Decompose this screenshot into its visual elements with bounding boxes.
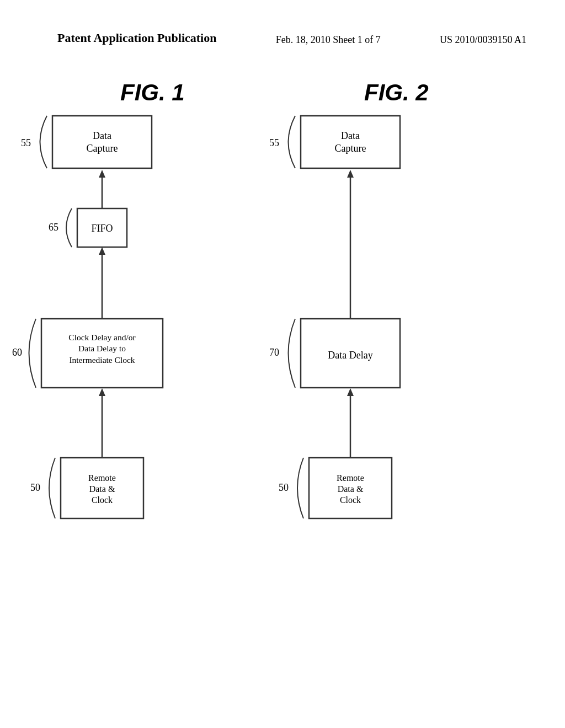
label-55-1: 55 bbox=[21, 137, 31, 148]
publication-title: Patent Application Publication bbox=[57, 30, 216, 46]
svg-text:Data: Data bbox=[341, 130, 360, 141]
brace-55-1 bbox=[40, 116, 47, 168]
clock-delay-1-box bbox=[41, 319, 163, 388]
svg-text:Data &: Data & bbox=[89, 484, 115, 494]
svg-text:Data: Data bbox=[93, 130, 111, 141]
data-delay-2-box bbox=[301, 319, 400, 388]
remote-data-clock-1-box bbox=[61, 458, 143, 518]
brace-65 bbox=[66, 208, 72, 247]
patent-number: US 2010/0039150 A1 bbox=[440, 30, 526, 47]
data-capture-1-box bbox=[52, 116, 152, 168]
brace-55-2 bbox=[289, 116, 296, 168]
label-50-1: 50 bbox=[30, 482, 40, 493]
svg-text:Data Delay to: Data Delay to bbox=[78, 344, 126, 353]
page: Patent Application Publication Feb. 18, … bbox=[0, 0, 565, 728]
fig1-label: FIG. 1 bbox=[120, 79, 185, 105]
brace-70 bbox=[289, 319, 296, 388]
svg-text:Capture: Capture bbox=[335, 143, 366, 154]
svg-text:FIFO: FIFO bbox=[91, 223, 113, 234]
svg-text:Data &: Data & bbox=[338, 484, 364, 494]
fig2-label: FIG. 2 bbox=[364, 79, 429, 105]
label-70: 70 bbox=[269, 347, 279, 358]
label-55-2: 55 bbox=[269, 137, 279, 148]
diagram-svg: FIG. 1 Data Capture 55 FIFO 65 Clock Del… bbox=[0, 72, 565, 722]
brace-60 bbox=[29, 319, 36, 388]
brace-50-2 bbox=[297, 458, 303, 518]
arrow-head-2a bbox=[347, 170, 354, 178]
svg-text:Remote: Remote bbox=[337, 473, 364, 483]
data-capture-2-box bbox=[301, 116, 400, 168]
fifo-1-box bbox=[77, 208, 127, 247]
label-60: 60 bbox=[12, 347, 22, 358]
brace-50-1 bbox=[49, 458, 55, 518]
arrow-head-1c bbox=[99, 388, 105, 396]
svg-text:Remote: Remote bbox=[88, 473, 116, 483]
date-sheet: Feb. 18, 2010 Sheet 1 of 7 bbox=[276, 30, 381, 47]
svg-text:Clock Delay and/or: Clock Delay and/or bbox=[68, 333, 136, 342]
arrow-head-2b bbox=[347, 388, 354, 396]
label-65: 65 bbox=[49, 222, 58, 233]
svg-text:Capture: Capture bbox=[87, 143, 118, 154]
arrow-head-1b bbox=[99, 247, 105, 255]
svg-text:Intermediate Clock: Intermediate Clock bbox=[69, 355, 135, 365]
svg-text:Data Delay: Data Delay bbox=[328, 350, 372, 361]
svg-text:Clock: Clock bbox=[340, 495, 361, 505]
remote-data-clock-2-box bbox=[309, 458, 392, 518]
svg-text:Clock: Clock bbox=[92, 495, 113, 505]
header: Patent Application Publication Feb. 18, … bbox=[0, 0, 565, 58]
arrow-head-1a bbox=[99, 170, 105, 178]
label-50-2: 50 bbox=[279, 482, 289, 493]
